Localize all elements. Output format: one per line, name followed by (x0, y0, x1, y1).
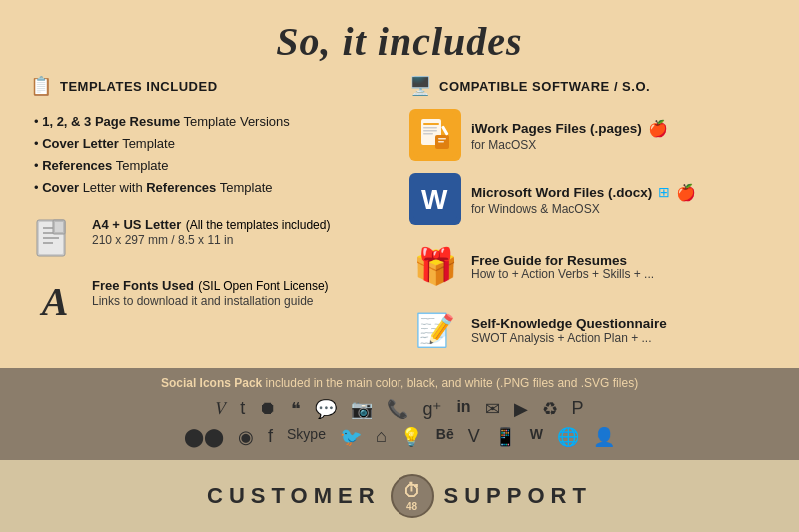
social-icon-user[interactable]: 👤 (593, 426, 615, 448)
pages-info: iWork Pages Files (.pages) 🍎 for MacOSX (471, 119, 769, 152)
software-header: 🖥️ COMPATIBLE SOFTWARE / S.O. (409, 75, 769, 97)
font-detail: (SIL Open Font License) (198, 279, 328, 293)
social-icon-phone[interactable]: 📞 (387, 398, 408, 420)
questionnaire-sub: SWOT Analysis + Action Plan + ... (471, 331, 769, 345)
font-title: Free Fonts Used (SIL Open Font License) (92, 276, 329, 294)
svg-rect-12 (423, 130, 437, 132)
social-icon-globe[interactable]: 🌐 (557, 426, 579, 448)
questionnaire-name: Self-Knowledge Questionnaire (471, 316, 769, 331)
pages-sub: for MacOSX (471, 138, 769, 152)
size-row: A4 + US Letter (All the templates includ… (30, 215, 390, 265)
pages-svg (413, 113, 457, 157)
guide-info: Free Guide for Resumes How to + Action V… (471, 253, 769, 281)
font-bold: Free Fonts Used (92, 278, 194, 293)
social-icon-tumblr[interactable]: t (240, 398, 245, 420)
title-section: So, it includes (0, 0, 799, 75)
content-area: 📋 TEMPLATES INCLUDED • 1, 2, & 3 Page Re… (0, 75, 799, 368)
bullet-4-bold: Cover (42, 180, 79, 195)
size-bold: A4 + US Letter (92, 217, 181, 232)
guide-name: Free Guide for Resumes (471, 253, 769, 267)
social-icon-facebook[interactable]: f (268, 426, 273, 448)
social-icon-vimeo2[interactable]: V (468, 426, 480, 448)
svg-rect-16 (438, 141, 444, 143)
size-text: A4 + US Letter (All the templates includ… (92, 215, 330, 247)
social-icon-camera[interactable]: 📷 (351, 398, 373, 420)
bullet-3: • References Template (30, 155, 390, 177)
social-normal: included in the main color, black, and w… (266, 376, 639, 390)
font-text: Free Fonts Used (SIL Open Font License) … (92, 276, 329, 308)
word-icon-box: W (409, 173, 461, 225)
bullet-3-bold: References (42, 158, 112, 173)
font-sub: Links to download it and installation gu… (92, 294, 329, 308)
right-column: 🖥️ COMPATIBLE SOFTWARE / S.O. (409, 75, 769, 368)
social-icon-pinterest[interactable]: P (572, 398, 584, 420)
footer-right: SUPPORT (444, 483, 592, 509)
svg-rect-10 (423, 123, 439, 125)
footer-section: CUSTOMER ⏱ 48 SUPPORT (0, 460, 799, 532)
guide-item: 🎁 Free Guide for Resumes How to + Action… (409, 241, 769, 292)
font-icon-box: A (30, 276, 80, 326)
social-icon-wordpress[interactable]: W (530, 426, 543, 448)
bullet-4: • Cover Letter with References Template (30, 177, 390, 199)
templates-title: TEMPLATES INCLUDED (60, 79, 218, 94)
social-icon-podcast[interactable]: ⏺ (259, 398, 277, 420)
templates-header: 📋 TEMPLATES INCLUDED (30, 75, 390, 97)
bullet-1-bold: 1, 2, & 3 Page Resume (42, 114, 180, 129)
quiz-icon-box: 📝 (409, 304, 461, 356)
word-svg: W (413, 177, 457, 221)
social-icon-bulb[interactable]: 💡 (400, 426, 422, 448)
apple-icon-pages: 🍎 (648, 119, 668, 138)
pages-icon-box (409, 109, 461, 161)
clock-icon: ⏱ (403, 481, 421, 502)
word-name: Microsoft Word Files (.docx) (471, 185, 652, 200)
guide-sub: How to + Action Verbs + Skills + ... (471, 267, 769, 281)
svg-text:W: W (421, 184, 448, 215)
pages-name: iWork Pages Files (.pages) (471, 121, 642, 136)
social-icon-youtube[interactable]: ▶ (514, 398, 528, 420)
word-sub: for Windows & MacOSX (471, 202, 769, 216)
social-section: Social Icons Pack included in the main c… (0, 368, 799, 460)
size-title: A4 + US Letter (All the templates includ… (92, 215, 330, 233)
bullet-list: • 1, 2, & 3 Page Resume Template Version… (30, 111, 390, 199)
pages-name-row: iWork Pages Files (.pages) 🍎 (471, 119, 769, 138)
social-icon-email[interactable]: ✉ (485, 398, 500, 420)
social-icon-home[interactable]: ⌂ (376, 426, 387, 448)
svg-rect-13 (423, 133, 433, 135)
social-icon-flickr[interactable]: ⬤⬤ (184, 426, 224, 448)
iwork-item: iWork Pages Files (.pages) 🍎 for MacOSX (409, 109, 769, 161)
social-icon-behance[interactable]: Bē (436, 426, 454, 448)
word-name-row: Microsoft Word Files (.docx) ⊞ 🍎 (471, 183, 769, 202)
software-icon: 🖥️ (409, 75, 431, 97)
social-icon-rss[interactable]: ◉ (238, 426, 254, 448)
questionnaire-info: Self-Knowledge Questionnaire SWOT Analys… (471, 316, 769, 345)
software-title: COMPATIBLE SOFTWARE / S.O. (439, 79, 650, 94)
social-icon-gplus[interactable]: g⁺ (422, 398, 442, 420)
badge-number: 48 (406, 502, 417, 512)
social-icon-twitter[interactable]: 🐦 (340, 426, 362, 448)
font-a-icon: A (42, 278, 69, 325)
social-icon-skype[interactable]: Skype (287, 426, 326, 448)
social-bold: Social Icons Pack (161, 376, 262, 390)
document-icon-box (30, 215, 80, 265)
apple-icon-word: 🍎 (676, 183, 696, 202)
size-detail: (All the templates included) (186, 218, 331, 232)
bullet-2: • Cover Letter Template (30, 133, 390, 155)
word-info: Microsoft Word Files (.docx) ⊞ 🍎 for Win… (471, 183, 769, 216)
bullet-1: • 1, 2, & 3 Page Resume Template Version… (30, 111, 390, 133)
svg-rect-11 (423, 127, 437, 129)
svg-rect-7 (55, 222, 63, 232)
size-sub: 210 x 297 mm / 8.5 x 11 in (92, 233, 330, 247)
document-icon (33, 218, 77, 262)
social-icon-vimeo[interactable]: 𝑉 (215, 398, 226, 420)
svg-rect-15 (438, 138, 446, 140)
social-icon-chat[interactable]: 💬 (315, 398, 337, 420)
social-icon-recycle[interactable]: ♻ (542, 398, 558, 420)
social-icon-whatsapp[interactable]: 📱 (494, 426, 516, 448)
social-icons-row1: 𝑉 t ⏺ ❝ 💬 📷 📞 g⁺ in ✉ ▶ ♻ P (20, 398, 779, 420)
social-icon-quote[interactable]: ❝ (291, 398, 301, 420)
gift-icon-box: 🎁 (409, 241, 461, 292)
social-icon-linkedin[interactable]: in (456, 398, 470, 420)
bullet-4-bold2: References (146, 180, 216, 195)
font-row: A Free Fonts Used (SIL Open Font License… (30, 276, 390, 326)
clock-badge: ⏱ 48 (391, 474, 434, 518)
